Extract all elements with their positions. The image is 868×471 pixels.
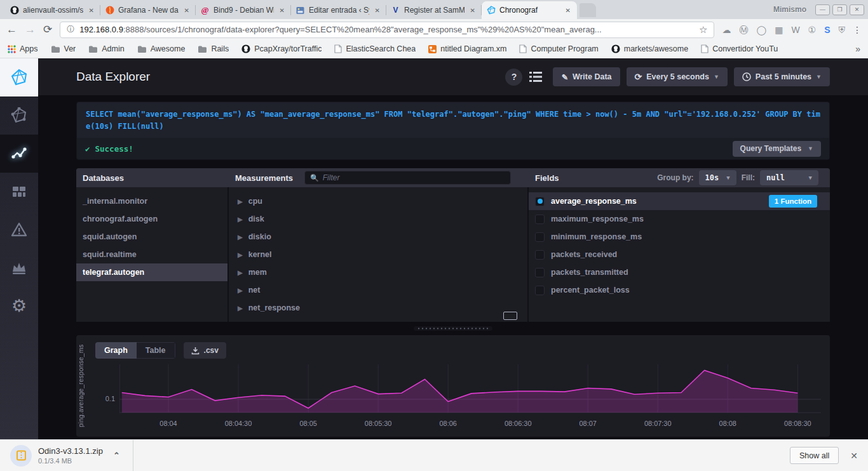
tab-close-icon[interactable]: ✕: [373, 6, 382, 15]
measurement-item[interactable]: ▶mem: [229, 263, 527, 281]
measurement-item[interactable]: ▶net: [229, 281, 527, 299]
bookmark-item[interactable]: ElasticSearch Chea: [334, 44, 416, 53]
field-item[interactable]: packets_received: [529, 246, 830, 263]
download-item[interactable]: Odin3-v3.13.1.zip 0.1/3.4 MB: [38, 446, 103, 465]
tab-close-icon[interactable]: ✕: [564, 6, 573, 15]
sidebar-item-admin[interactable]: [0, 249, 38, 287]
measurement-item[interactable]: ▶kernel: [229, 246, 527, 263]
sidebar-item-data-explorer[interactable]: [0, 135, 38, 173]
tab-close-icon[interactable]: ✕: [278, 6, 287, 15]
sidebar-item-settings[interactable]: ⚙: [0, 287, 38, 325]
browser-tab[interactable]: VRegister at SamMobile✕: [386, 1, 482, 19]
browser-tab[interactable]: @Bind9 - Debian Wiki✕: [196, 1, 291, 19]
reload-icon[interactable]: ⟳: [43, 24, 52, 35]
close-window-button[interactable]: ✕: [850, 4, 864, 15]
query-code-editor[interactable]: SELECT mean("average_response_ms") AS "m…: [77, 102, 829, 138]
drawio-icon: [428, 45, 437, 53]
database-item[interactable]: squid.realtime: [76, 246, 227, 263]
checkbox-icon[interactable]: [535, 215, 545, 224]
page-info-icon[interactable]: ⓘ: [67, 24, 74, 35]
fill-dropdown[interactable]: null ▼: [760, 170, 818, 185]
new-tab-button[interactable]: [580, 3, 596, 17]
checkbox-icon[interactable]: [535, 286, 545, 295]
bookmark-item[interactable]: markets/awesome: [611, 44, 688, 53]
query-templates-dropdown[interactable]: Query Templates ▼: [733, 141, 821, 157]
minimize-button[interactable]: —: [815, 4, 830, 15]
table-icon[interactable]: ▦: [775, 25, 783, 34]
measurements-filter[interactable]: 🔍: [304, 171, 511, 185]
bookmark-item[interactable]: Awesome: [137, 44, 186, 53]
browser-tab[interactable]: Chronograf✕: [482, 1, 577, 19]
info-circle-icon[interactable]: ①: [808, 25, 817, 34]
timerange-dropdown[interactable]: Past 5 minutes ▼: [734, 67, 830, 86]
measurement-item[interactable]: ▶disk: [229, 210, 527, 228]
bookmark-star-icon[interactable]: ☆: [699, 24, 707, 36]
screen: alienvault-ossim/siem✕Grafana - New dash…: [0, 0, 868, 471]
field-item[interactable]: minimum_response_ms: [529, 228, 830, 246]
checkbox-checked-icon[interactable]: [535, 197, 545, 206]
function-count-badge[interactable]: 1 Function: [769, 195, 817, 208]
browser-tab[interactable]: alienvault-ossim/siem✕: [5, 1, 100, 19]
autorefresh-dropdown[interactable]: ⟳ Every 5 seconds ▼: [627, 67, 728, 86]
measurements-filter-input[interactable]: [323, 173, 505, 182]
group-by-dropdown[interactable]: 10s ▼: [699, 170, 736, 185]
bookmarks-overflow-icon[interactable]: »: [855, 44, 860, 54]
tab-close-icon[interactable]: ✕: [182, 6, 191, 15]
chevron-right-icon: ▶: [238, 287, 243, 294]
forward-icon[interactable]: →: [25, 24, 36, 35]
field-item[interactable]: maximum_response_ms: [529, 210, 830, 228]
s-multicolor-icon[interactable]: S: [824, 25, 830, 34]
back-icon[interactable]: ←: [6, 24, 17, 35]
tab-close-icon[interactable]: ✕: [87, 6, 96, 15]
tab-graph[interactable]: Graph: [95, 342, 137, 359]
o-ring-icon[interactable]: ◯: [756, 25, 766, 34]
browser-tab[interactable]: Editar entrada ‹ Sysad✕: [291, 1, 386, 19]
database-item[interactable]: chronograf.autogen: [76, 210, 227, 228]
sidebar-item-dashboards[interactable]: [0, 173, 38, 211]
weather-icon[interactable]: ☁: [722, 25, 731, 34]
address-bar[interactable]: ⓘ 192.168.0.9:8888/sources/1/chronograf/…: [60, 22, 714, 38]
browser-tab[interactable]: Grafana - New dashbo✕: [100, 1, 196, 19]
maximize-button[interactable]: ❐: [832, 4, 847, 15]
bookmark-item[interactable]: Admin: [88, 44, 124, 53]
help-button[interactable]: ?: [505, 69, 522, 86]
browser-menu-icon[interactable]: ⋮: [853, 25, 862, 34]
database-item[interactable]: telegraf.autogen: [76, 263, 227, 281]
checkbox-icon[interactable]: [535, 232, 545, 242]
download-caret-icon[interactable]: ⌃: [113, 451, 120, 460]
wikipedia-icon[interactable]: W: [791, 25, 799, 34]
write-data-button[interactable]: ✎ Write Data: [553, 67, 620, 86]
scrollbar-thumb[interactable]: [503, 312, 517, 320]
tab-table[interactable]: Table: [137, 342, 175, 359]
field-item[interactable]: percent_packet_loss: [529, 281, 830, 299]
log-viewer-icon[interactable]: [529, 71, 543, 83]
chevron-right-icon: ▶: [238, 251, 243, 258]
measurement-item[interactable]: ▶cpu: [229, 192, 527, 210]
close-download-bar-icon[interactable]: ✕: [850, 451, 858, 461]
panel-resizer-handle[interactable]: [38, 322, 868, 335]
tab-close-icon[interactable]: ✕: [468, 6, 477, 15]
chronograf-logo-icon[interactable]: [0, 58, 38, 96]
bookmark-item[interactable]: PcapXray/torTraffic: [241, 44, 322, 53]
measurement-item[interactable]: ▶net_response: [229, 299, 527, 317]
sidebar-item-alerts[interactable]: [0, 211, 38, 249]
field-item[interactable]: packets_transmitted: [529, 263, 830, 281]
sidebar-item-hosts[interactable]: [0, 96, 38, 135]
checkbox-icon[interactable]: [535, 268, 545, 277]
measurement-item[interactable]: ▶diskio: [229, 228, 527, 246]
download-csv-button[interactable]: .csv: [184, 342, 226, 359]
window-controls: Mimismo — ❐ ✕: [761, 0, 868, 19]
checkbox-icon[interactable]: [535, 250, 545, 260]
database-item[interactable]: squid.autogen: [76, 228, 227, 246]
show-all-button[interactable]: Show all: [790, 447, 839, 464]
bookmark-item[interactable]: Computer Program: [519, 44, 598, 53]
bookmark-item[interactable]: Convertidor YouTu: [701, 44, 778, 53]
m-circle-icon[interactable]: Ⓜ: [739, 25, 748, 34]
bookmark-item[interactable]: Rails: [198, 44, 229, 53]
bookmark-item[interactable]: Ver: [51, 44, 76, 53]
field-item[interactable]: average_response_ms1 Function: [529, 192, 830, 210]
bookmark-item[interactable]: ntitled Diagram.xm: [428, 44, 506, 53]
bookmark-item[interactable]: Apps: [8, 44, 38, 53]
database-item[interactable]: _internal.monitor: [76, 192, 227, 210]
shield-icon[interactable]: ⛨: [839, 25, 846, 34]
